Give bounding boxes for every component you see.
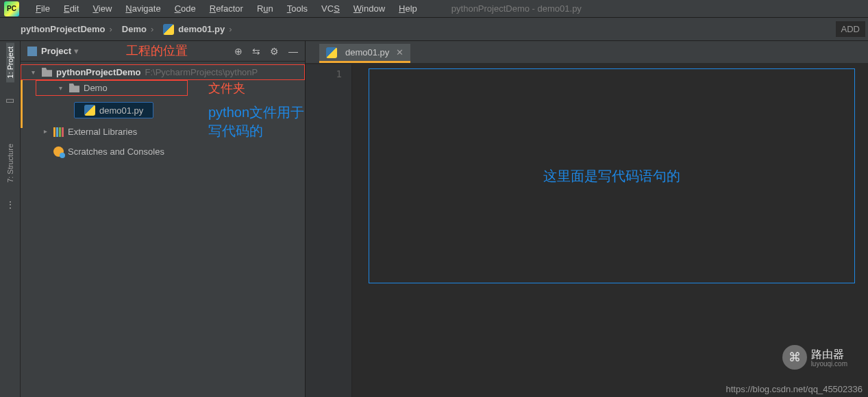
project-header-icon bbox=[27, 47, 37, 56]
hide-icon[interactable]: — bbox=[288, 46, 298, 57]
menu-code[interactable]: Code bbox=[168, 2, 203, 15]
menu-bar: PC File Edit View Navigate Code Refactor… bbox=[0, 0, 868, 18]
library-icon bbox=[53, 127, 64, 137]
folder-gutter-icon[interactable]: ▭ bbox=[5, 94, 16, 105]
tree-external-label: External Libraries bbox=[68, 127, 137, 137]
left-tool-gutter: 1: Project ▭ 7: Structure ⋮ bbox=[0, 41, 21, 397]
project-panel-title: Project bbox=[41, 46, 71, 56]
menu-help[interactable]: Help bbox=[392, 2, 424, 15]
brand-badge: ⌘ 路由器 luyouqi.com bbox=[782, 345, 847, 370]
structure-gutter-icon[interactable]: ⋮ bbox=[5, 199, 16, 210]
project-panel-header: Project ▾ 工程的位置 ⊕ ⇆ ⚙ — bbox=[21, 41, 305, 62]
tool-structure-tab[interactable]: 7: Structure bbox=[6, 140, 14, 187]
menu-navigate[interactable]: Navigate bbox=[119, 2, 167, 15]
menu-refactor[interactable]: Refactor bbox=[203, 2, 250, 15]
tree-root[interactable]: ▾ pythonProjectDemo F:\PycharmProjects\p… bbox=[21, 64, 305, 80]
chevron-right-icon: › bbox=[106, 24, 116, 34]
editor-tab-label: demo01.py bbox=[345, 47, 389, 57]
line-number-1: 1 bbox=[306, 68, 342, 79]
editor-area: demo01.py ✕ 1 这里面是写代码语句的 bbox=[306, 41, 868, 397]
editor-tab-active[interactable]: demo01.py ✕ bbox=[319, 44, 410, 63]
tree-scratches-label: Scratches and Consoles bbox=[68, 146, 164, 157]
menu-file[interactable]: File bbox=[29, 2, 57, 15]
crumb-file[interactable]: demo01.py › bbox=[160, 24, 238, 35]
crumb-file-label: demo01.py bbox=[178, 24, 225, 34]
python-file-icon bbox=[326, 47, 337, 58]
watermark-url: https://blog.csdn.net/qq_45502336 bbox=[726, 384, 863, 394]
tree-file-name: demo01.py bbox=[99, 105, 143, 116]
code-area-highlight: 这里面是写代码语句的 bbox=[369, 68, 855, 283]
menu-vcs[interactable]: VCS bbox=[314, 2, 347, 15]
crumb-project[interactable]: pythonProjectDemo › bbox=[18, 24, 119, 34]
crumb-project-label: pythonProjectDemo bbox=[21, 24, 106, 34]
breadcrumb-bar: pythonProjectDemo › Demo › demo01.py › A… bbox=[0, 18, 868, 41]
tree-folder-name: Demo bbox=[84, 83, 108, 93]
chevron-right-icon[interactable]: ▾ bbox=[41, 127, 49, 137]
menu-edit[interactable]: Edit bbox=[57, 2, 86, 15]
scratches-icon bbox=[53, 146, 64, 157]
crumb-folder[interactable]: Demo › bbox=[119, 24, 160, 34]
tree-root-name: pythonProjectDemo bbox=[56, 67, 141, 77]
chevron-down-icon[interactable]: ▾ bbox=[55, 84, 65, 92]
python-file-icon bbox=[84, 105, 95, 116]
editor-tabs: demo01.py ✕ bbox=[306, 41, 868, 64]
tree-external-libraries[interactable]: ▾ External Libraries bbox=[21, 125, 305, 139]
tree-scratches[interactable]: Scratches and Consoles bbox=[21, 144, 305, 159]
gear-icon[interactable]: ⚙ bbox=[270, 46, 279, 57]
menu-run[interactable]: Run bbox=[250, 2, 280, 15]
project-panel: Project ▾ 工程的位置 ⊕ ⇆ ⚙ — ▾ pythonProjectD… bbox=[21, 41, 306, 397]
python-file-icon bbox=[163, 24, 174, 35]
expand-icon[interactable]: ⇆ bbox=[252, 46, 260, 57]
close-icon[interactable]: ✕ bbox=[396, 47, 404, 57]
crumb-folder-label: Demo bbox=[122, 24, 147, 34]
pycharm-icon: PC bbox=[4, 1, 19, 16]
brand-icon: ⌘ bbox=[782, 345, 807, 370]
annotation-code-area: 这里面是写代码语句的 bbox=[543, 167, 680, 185]
tree-folder[interactable]: ▾ Demo bbox=[36, 80, 188, 96]
menu-view[interactable]: View bbox=[86, 2, 119, 15]
tree-root-path: F:\PycharmProjects\pythonP bbox=[145, 67, 258, 77]
project-tree: ▾ pythonProjectDemo F:\PycharmProjects\p… bbox=[21, 62, 305, 162]
folder-icon bbox=[42, 68, 52, 77]
locate-icon[interactable]: ⊕ bbox=[234, 46, 243, 57]
folder-icon bbox=[69, 84, 79, 92]
window-title: pythonProjectDemo - demo01.py bbox=[451, 3, 582, 14]
chevron-right-icon: › bbox=[225, 24, 236, 34]
menu-tools[interactable]: Tools bbox=[280, 2, 314, 15]
annotation-project-location: 工程的位置 bbox=[126, 42, 188, 59]
annotation-folder: 文件夹 bbox=[208, 80, 245, 97]
line-number-gutter: 1 bbox=[306, 64, 352, 397]
menu-window[interactable]: Window bbox=[347, 2, 392, 15]
add-button[interactable]: ADD bbox=[836, 21, 865, 37]
tool-project-tab[interactable]: 1: Project bbox=[6, 42, 14, 82]
project-view-dropdown[interactable]: ▾ bbox=[74, 46, 79, 56]
chevron-right-icon: › bbox=[147, 24, 158, 34]
brand-sub: luyouqi.com bbox=[811, 360, 847, 368]
chevron-down-icon[interactable]: ▾ bbox=[28, 68, 38, 76]
